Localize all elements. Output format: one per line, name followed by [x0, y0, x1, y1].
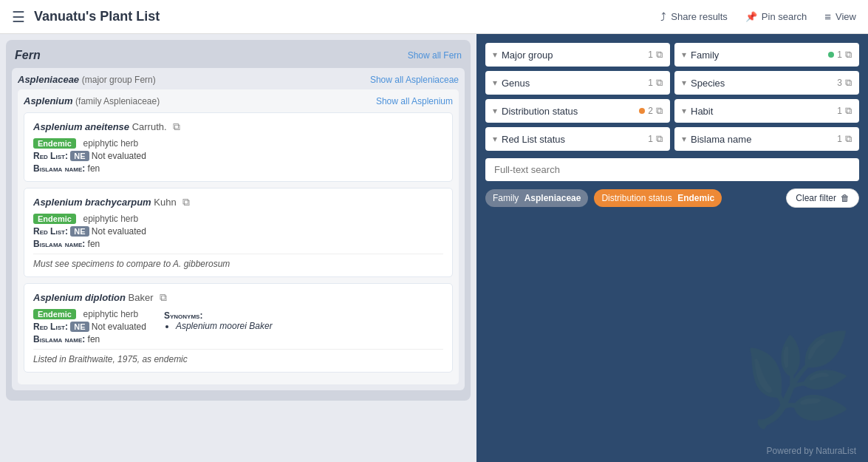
fern-section: Fern Show all Fern Aspleniaceae (major g…	[6, 40, 471, 401]
endemic-badge-1: Endemic	[33, 138, 76, 149]
filter-major-group[interactable]: ▾ Major group 1 ⧉	[485, 43, 670, 67]
view-icon: ≡	[824, 10, 831, 23]
species-redlist-1: Red List: NE Not evaluated	[33, 151, 443, 161]
species-redlist-2: Red List: NE Not evaluated	[33, 226, 443, 237]
filter-tag-family[interactable]: Family Aspleniaceae	[485, 189, 588, 207]
species-note-3: Listed in Braithwaite, 1975, as endemic	[33, 349, 443, 364]
species-redlist-3: Red List: NE Not evaluated	[33, 322, 146, 332]
copy-habit-icon[interactable]: ⧉	[845, 105, 852, 117]
species-habit-row-3: Endemic epiphytic herb	[33, 308, 146, 319]
right-panel: ▾ Major group 1 ⧉ ▾ Family 1 ⧉	[476, 34, 868, 462]
genus-name: Asplenium (family Aspleniaceae)	[24, 95, 160, 106]
species-bislama-3: Bislama name: fen	[33, 334, 146, 344]
ne-badge-3: NE	[70, 322, 89, 332]
full-text-search-input[interactable]	[494, 164, 850, 175]
pin-icon: 📌	[745, 11, 757, 22]
header-actions: ⤴ Share results 📌 Pin search ≡ View	[660, 10, 856, 23]
species-header-1: Asplenium aneitense Carruth. ⧉	[33, 120, 443, 133]
filter-habit[interactable]: ▾ Habit 1 ⧉	[674, 99, 859, 123]
show-all-asplenium-link[interactable]: Show all Asplenium	[376, 96, 453, 106]
dot-distribution	[639, 108, 645, 114]
fern-header: Fern Show all Fern	[12, 46, 465, 68]
view-button[interactable]: ≡ View	[824, 10, 856, 23]
family-header: Aspleniaceae (major group Fern) Show all…	[18, 74, 459, 85]
copy-icon-2[interactable]: ⧉	[182, 196, 190, 208]
powered-by: Powered by NaturaList	[767, 446, 856, 456]
species-bislama-2: Bislama name: fen	[33, 239, 443, 249]
endemic-badge-3: Endemic	[33, 309, 76, 319]
fern-title: Fern	[15, 49, 41, 62]
header: ☰ Vanuatu's Plant List ⤴ Share results 📌…	[0, 0, 868, 34]
synonyms-list-3: Asplenium moorei Baker	[164, 321, 273, 331]
chevron-family: ▾	[682, 50, 686, 60]
chevron-bislama: ▾	[682, 134, 686, 144]
watermark: 🌿	[742, 328, 853, 432]
trash-icon: 🗑	[841, 193, 850, 203]
filter-genus[interactable]: ▾ Genus 1 ⧉	[485, 71, 670, 95]
app-title: Vanuatu's Plant List	[34, 9, 652, 24]
genus-header: Asplenium (family Aspleniaceae) Show all…	[24, 95, 453, 106]
chevron-species: ▾	[682, 78, 686, 88]
copy-genus-icon[interactable]: ⧉	[656, 77, 663, 89]
species-card-1: Asplenium aneitense Carruth. ⧉ Endemic e…	[24, 112, 453, 182]
chevron-genus: ▾	[493, 78, 497, 88]
copy-bislama-icon[interactable]: ⧉	[845, 133, 852, 145]
share-results-button[interactable]: ⤴ Share results	[660, 10, 728, 23]
species-habit-row-1: Endemic epiphytic herb	[33, 137, 443, 149]
filter-bislama-name[interactable]: ▾ Bislama name 1 ⧉	[674, 127, 859, 151]
copy-distribution-icon[interactable]: ⧉	[656, 105, 663, 117]
filter-red-list-status[interactable]: ▾ Red List status 1 ⧉	[485, 127, 670, 151]
main-content: Fern Show all Fern Aspleniaceae (major g…	[0, 34, 868, 462]
full-text-search-container	[485, 158, 859, 181]
chevron-redlist: ▾	[493, 134, 497, 144]
ne-badge-2: NE	[70, 226, 89, 237]
chevron-distribution: ▾	[493, 106, 497, 116]
filter-distribution-status[interactable]: ▾ Distribution status 2 ⧉	[485, 99, 670, 123]
show-all-aspleniaceae-link[interactable]: Show all Aspleniaceae	[370, 75, 459, 85]
ne-badge-1: NE	[70, 151, 89, 161]
filter-family[interactable]: ▾ Family 1 ⧉	[674, 43, 859, 67]
filter-species[interactable]: ▾ Species 3 ⧉	[674, 71, 859, 95]
show-all-fern-link[interactable]: Show all Fern	[408, 50, 462, 61]
dot-family	[828, 52, 834, 58]
menu-icon[interactable]: ☰	[12, 8, 25, 26]
copy-major-group-icon[interactable]: ⧉	[656, 49, 663, 61]
copy-icon-1[interactable]: ⧉	[173, 120, 180, 133]
family-name: Aspleniaceae (major group Fern)	[18, 74, 156, 85]
species-note-2: Must see specimens to compare to A. gibb…	[33, 254, 443, 269]
share-icon: ⤴	[660, 10, 666, 23]
species-habit-row-2: Endemic epiphytic herb	[33, 213, 443, 224]
species-synonyms-3: Synonyms: Asplenium moorei Baker	[164, 308, 273, 331]
species-header-3: Asplenium diplotion Baker ⧉	[33, 291, 443, 304]
copy-redlist-icon[interactable]: ⧉	[656, 133, 663, 145]
chevron-major-group: ▾	[493, 50, 497, 60]
pin-search-button[interactable]: 📌 Pin search	[745, 11, 807, 22]
species-header-2: Asplenium brachycarpum Kuhn ⧉	[33, 196, 443, 208]
species-bislama-1: Bislama name: fen	[33, 163, 443, 174]
species-card-3: Asplenium diplotion Baker ⧉ Endemic epip…	[24, 283, 453, 373]
active-filters: Family Aspleniaceae Distribution status …	[485, 188, 859, 208]
filter-grid: ▾ Major group 1 ⧉ ▾ Family 1 ⧉	[485, 43, 859, 151]
chevron-habit: ▾	[682, 106, 686, 116]
clear-filter-button[interactable]: Clear filter 🗑	[786, 188, 859, 208]
species-card-2: Asplenium brachycarpum Kuhn ⧉ Endemic ep…	[24, 188, 453, 277]
copy-species-icon[interactable]: ⧉	[845, 77, 852, 89]
endemic-badge-2: Endemic	[33, 214, 76, 224]
copy-family-icon[interactable]: ⧉	[845, 49, 852, 61]
genus-section: Asplenium (family Aspleniaceae) Show all…	[18, 89, 459, 384]
synonym-item-1: Asplenium moorei Baker	[176, 321, 273, 331]
left-panel: Fern Show all Fern Aspleniaceae (major g…	[0, 34, 476, 462]
filter-tag-distribution[interactable]: Distribution status Endemic	[594, 189, 722, 207]
species-left-col-3: Endemic epiphytic herb Red List: NE Not …	[33, 308, 146, 344]
species-info-row-3: Endemic epiphytic herb Red List: NE Not …	[33, 308, 443, 344]
copy-icon-3[interactable]: ⧉	[160, 291, 167, 304]
family-section: Aspleniaceae (major group Fern) Show all…	[12, 68, 465, 390]
